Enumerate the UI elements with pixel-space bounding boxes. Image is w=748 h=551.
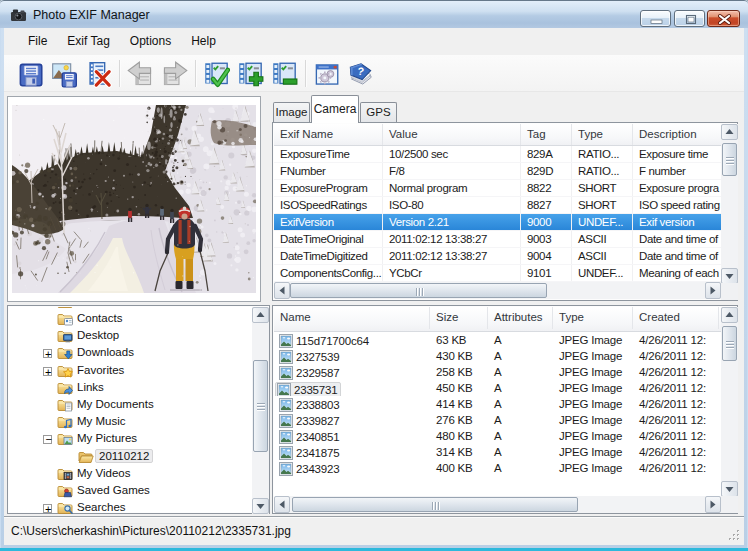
title-bar[interactable]: Photo EXIF Manager <box>0 0 748 28</box>
delete-exif-tags-button[interactable] <box>82 59 115 89</box>
tree-item-my-videos[interactable]: My Videos <box>9 466 253 483</box>
file-row-2340851[interactable]: 2340851480 KBAJPEG Image4/26/2011 12: <box>274 428 721 444</box>
tree-item-my-music[interactable]: My Music <box>9 414 253 431</box>
collapse-minus-icon[interactable]: − <box>43 435 52 444</box>
menu-item-file[interactable]: File <box>18 28 57 55</box>
tree-item-20110212[interactable]: 20110212 <box>9 449 253 466</box>
expand-plus-icon[interactable]: + <box>43 504 52 513</box>
exif-row-ExposureProgram[interactable]: ExposureProgramNormal program8822SHORTEx… <box>274 180 721 197</box>
options-button[interactable] <box>310 59 343 89</box>
exif-cell: DateTimeDigitized <box>274 248 383 264</box>
arrow-down-icon <box>253 499 268 513</box>
file-name-text: 2327539 <box>296 351 339 363</box>
tree-item-favorites[interactable]: +Favorites <box>9 363 253 380</box>
arrow-up-icon <box>722 308 737 322</box>
file-row-2341875[interactable]: 2341875314 KBAJPEG Image4/26/2011 12: <box>274 444 721 460</box>
tree-item-contacts[interactable]: Contacts <box>9 311 253 328</box>
exif-col-exif-name[interactable]: Exif Name <box>274 124 383 146</box>
arrow-up-icon <box>253 308 268 322</box>
scroll-right-button[interactable] <box>705 496 721 513</box>
file-horizontal-scrollbar[interactable] <box>274 496 721 513</box>
remove-exif-tag-button[interactable] <box>268 59 301 89</box>
exif-table: Exif NameValueTagTypeDescription Exposur… <box>272 122 738 301</box>
menu-item-options[interactable]: Options <box>120 28 181 55</box>
exif-row-ComponentsConfig...[interactable]: ComponentsConfig...YCbCr9101UNDEF...Mean… <box>274 265 721 282</box>
file-row-2339827[interactable]: 2339827276 KBAJPEG Image4/26/2011 12: <box>274 412 721 428</box>
exif-vertical-scrollbar[interactable] <box>721 124 738 284</box>
apply-exif-tag-button[interactable] <box>200 59 233 89</box>
menu-item-exif-tag[interactable]: Exif Tag <box>57 28 119 55</box>
previous-image-button[interactable] <box>124 59 157 89</box>
tree-vertical-scrollbar[interactable] <box>252 307 269 514</box>
tree-item-links[interactable]: Links <box>9 380 253 397</box>
resize-grip-icon[interactable] <box>728 529 741 542</box>
tab-gps[interactable]: GPS <box>360 102 397 122</box>
help-button[interactable] <box>344 59 377 89</box>
scroll-up-button[interactable] <box>252 307 269 323</box>
file-vertical-scrollbar[interactable] <box>721 307 738 497</box>
scroll-thumb[interactable] <box>722 143 737 176</box>
file-row-2335731[interactable]: 2335731450 KBAJPEG Image4/26/2011 12: <box>274 380 721 396</box>
file-cell: 63 KB <box>430 332 488 348</box>
exif-col-description[interactable]: Description <box>633 124 721 146</box>
file-col-created[interactable]: Created <box>633 307 719 329</box>
menu-item-help[interactable]: Help <box>181 28 226 55</box>
scroll-left-button[interactable] <box>274 282 290 299</box>
exif-cell: Normal program <box>383 180 521 196</box>
tree-item-downloads[interactable]: +Downloads <box>9 345 253 362</box>
file-row-2343923[interactable]: 2343923400 KBAJPEG Image4/26/2011 12: <box>274 460 721 476</box>
save-exif-button[interactable] <box>14 59 47 89</box>
scroll-down-button[interactable] <box>721 481 738 497</box>
arrow-left-icon <box>275 283 289 298</box>
tree-item-saved-games[interactable]: Saved Games <box>9 483 253 500</box>
file-col-size[interactable]: Size <box>430 307 488 329</box>
saved-games-folder-icon <box>57 483 73 499</box>
scroll-up-button[interactable] <box>721 124 738 140</box>
exif-horizontal-scrollbar[interactable] <box>274 282 721 299</box>
next-image-button[interactable] <box>158 59 191 89</box>
maximize-button[interactable] <box>674 10 705 27</box>
file-col-attributes[interactable]: Attributes <box>488 307 553 329</box>
expand-plus-icon[interactable]: + <box>43 367 52 376</box>
file-row-115d71700c64[interactable]: 115d71700c6463 KBAJPEG Image4/26/2011 12… <box>274 332 721 348</box>
exif-row-ISOSpeedRatings[interactable]: ISOSpeedRatingsISO-808827SHORTISO speed … <box>274 197 721 214</box>
tree-item-my-pictures[interactable]: −My Pictures <box>9 431 253 448</box>
file-col-type[interactable]: Type <box>553 307 633 329</box>
exif-row-DateTimeDigitized[interactable]: DateTimeDigitized2011:02:12 13:38:279004… <box>274 248 721 265</box>
tab-camera[interactable]: Camera <box>311 95 359 123</box>
scroll-thumb[interactable] <box>290 283 547 298</box>
tree-item-label: Downloads <box>74 346 137 358</box>
add-exif-tag-button[interactable] <box>234 59 267 89</box>
tree-item-searches[interactable]: +Searches <box>9 500 253 514</box>
minimize-button[interactable] <box>640 10 671 27</box>
exif-row-DateTimeOriginal[interactable]: DateTimeOriginal2011:02:12 13:38:279003A… <box>274 231 721 248</box>
scroll-up-button[interactable] <box>721 307 738 323</box>
exif-col-type[interactable]: Type <box>572 124 633 146</box>
tree-item-desktop[interactable]: Desktop <box>9 328 253 345</box>
file-cell: 2327539 <box>274 348 430 364</box>
scroll-down-button[interactable] <box>252 498 269 514</box>
tab-image[interactable]: Image <box>273 102 310 122</box>
file-row-2327539[interactable]: 2327539430 KBAJPEG Image4/26/2011 12: <box>274 348 721 364</box>
scroll-down-button[interactable] <box>721 268 738 284</box>
expand-plus-icon[interactable]: + <box>43 349 52 358</box>
scroll-thumb[interactable] <box>253 360 268 452</box>
file-row-2329587[interactable]: 2329587258 KBAJPEG Image4/26/2011 12: <box>274 364 721 380</box>
scroll-thumb[interactable] <box>722 326 737 361</box>
scroll-thumb[interactable] <box>292 497 578 512</box>
music-folder-icon <box>57 414 73 430</box>
exif-col-tag[interactable]: Tag <box>521 124 572 146</box>
scroll-right-button[interactable] <box>705 282 721 299</box>
file-col-name[interactable]: Name <box>274 307 430 329</box>
close-button[interactable] <box>707 10 740 27</box>
exif-row-ExposureTime[interactable]: ExposureTime10/2500 sec829ARATIO...Expos… <box>274 146 721 163</box>
save-image-as-button[interactable] <box>48 59 81 89</box>
scroll-left-button[interactable] <box>274 496 290 513</box>
file-cell: 2341875 <box>274 444 430 460</box>
exif-row-ExifVersion[interactable]: ExifVersionVersion 2.219000UNDEF...Exif … <box>274 214 721 231</box>
tree-item-my-documents[interactable]: My Documents <box>9 397 253 414</box>
exif-table-body: ExposureTime10/2500 sec829ARATIO...Expos… <box>274 146 721 282</box>
file-row-2338803[interactable]: 2338803414 KBAJPEG Image4/26/2011 12: <box>274 396 721 412</box>
exif-row-FNumber[interactable]: FNumberF/8829DRATIO...F number <box>274 163 721 180</box>
exif-col-value[interactable]: Value <box>383 124 521 146</box>
